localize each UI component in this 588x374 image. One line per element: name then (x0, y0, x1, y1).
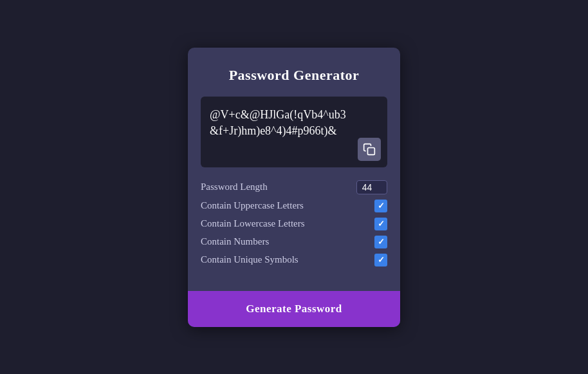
symbols-checkbox[interactable] (374, 254, 387, 266)
numbers-option-row: Contain Numbers (201, 236, 387, 248)
uppercase-checkbox[interactable] (374, 200, 387, 212)
length-option-row: Password Length (201, 180, 387, 194)
uppercase-option-row: Contain Uppercase Letters (201, 200, 387, 212)
lowercase-label: Contain Lowercase Letters (201, 218, 305, 229)
numbers-checkbox[interactable] (374, 236, 387, 248)
lowercase-checkbox[interactable] (374, 218, 387, 230)
svg-rect-0 (368, 147, 375, 154)
options-section: Password Length Contain Uppercase Letter… (201, 180, 387, 272)
password-display: @V+c&@HJlGa(!qVb4^ub3&f+Jr)hm)e8^4)4#p96… (201, 97, 387, 167)
copy-button[interactable] (358, 138, 381, 161)
password-text: @V+c&@HJlGa(!qVb4^ub3&f+Jr)hm)e8^4)4#p96… (210, 107, 378, 139)
length-label: Password Length (201, 182, 268, 192)
lowercase-option-row: Contain Lowercase Letters (201, 218, 387, 230)
generate-button[interactable]: Generate Password (188, 291, 400, 327)
numbers-label: Contain Numbers (201, 236, 269, 247)
length-input[interactable] (356, 180, 387, 194)
card-title: Password Generator (229, 67, 360, 84)
uppercase-label: Contain Uppercase Letters (201, 200, 304, 211)
symbols-label: Contain Unique Symbols (201, 254, 299, 265)
symbols-option-row: Contain Unique Symbols (201, 254, 387, 266)
password-generator-card: Password Generator @V+c&@HJlGa(!qVb4^ub3… (188, 48, 400, 327)
